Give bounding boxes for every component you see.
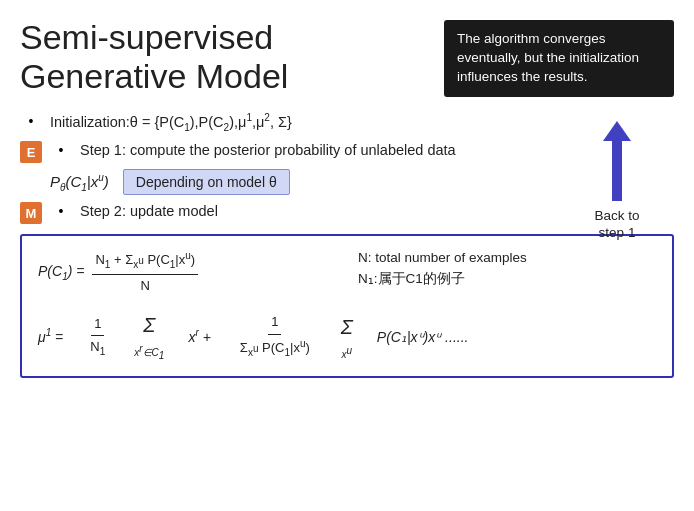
formula-line1-math: P(C1) = N1 + Σxu P(C1|xu) N (38, 248, 338, 297)
step2-badge: M (20, 202, 42, 224)
step1-formula-row: Pθ(C1|xu) Depending on model θ (50, 169, 674, 195)
step1-item: E • Step 1: compute the posterior probab… (20, 140, 674, 163)
bullet-dot-step1: • (50, 140, 72, 158)
tooltip-text: The algorithm converges eventually, but … (457, 31, 639, 84)
bullet-dot-step2: • (50, 201, 72, 219)
step1-formula-main: Pθ(C1|xu) (50, 172, 109, 193)
formula-line2: μ1 = 1 N1 Σ xr∈C1 xr + 1 Σxu P(C1|xu) Σ … (38, 309, 656, 364)
fraction2: 1 N1 (87, 314, 108, 360)
step2-item: M • Step 2: update model (20, 201, 674, 224)
content-area: Back to step 1 • Initialization:θ = {P(C… (20, 111, 674, 379)
bullet-dot-init: • (20, 111, 42, 129)
formula-line1: P(C1) = N1 + Σxu P(C1|xu) N N: total num… (38, 248, 656, 297)
fraction3: 1 Σxu P(C1|xu) (237, 312, 313, 361)
slide-title: Semi-supervised Generative Model (20, 18, 360, 96)
tooltip-box: The algorithm converges eventually, but … (444, 20, 674, 97)
init-text: Initialization:θ = {P(C1),P(C2),μ1,μ2, Σ… (50, 111, 292, 135)
main-container: Semi-supervised Generative Model The alg… (0, 0, 694, 511)
step1-text: Step 1: compute the posterior probabilit… (80, 140, 456, 160)
formula-line1-note: N: total number of examples N₁:属于C1的例子 (358, 248, 527, 289)
step1-badge: E (20, 141, 42, 163)
model-theta-box: Depending on model θ (123, 169, 290, 195)
init-item: • Initialization:θ = {P(C1),P(C2),μ1,μ2,… (20, 111, 674, 135)
fraction1: N1 + Σxu P(C1|xu) N (92, 248, 198, 297)
big-formula-box: P(C1) = N1 + Σxu P(C1|xu) N N: total num… (20, 234, 674, 378)
step2-text: Step 2: update model (80, 201, 218, 221)
header-row: Semi-supervised Generative Model The alg… (20, 18, 674, 97)
